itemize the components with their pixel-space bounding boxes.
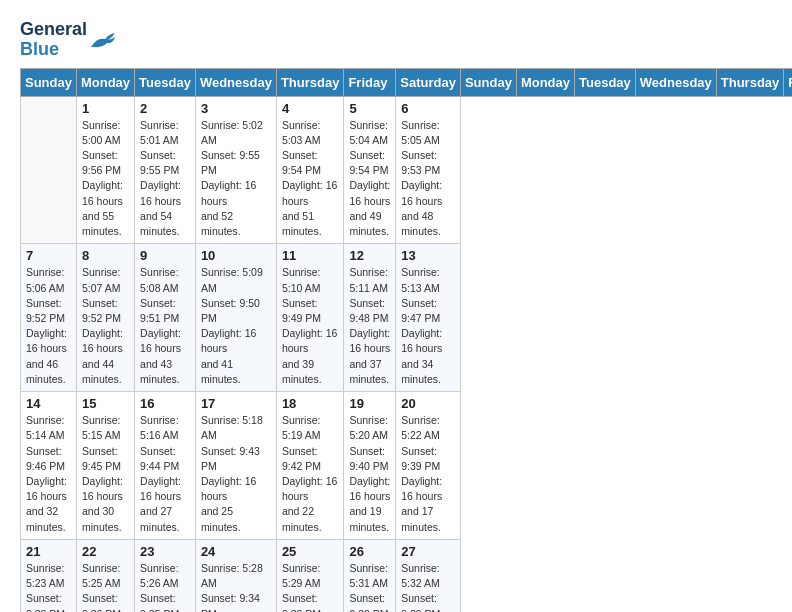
day-info: Sunrise: 5:06 AM Sunset: 9:52 PM Dayligh… [26,265,71,387]
day-info: Sunrise: 5:11 AM Sunset: 9:48 PM Dayligh… [349,265,390,387]
day-number: 2 [140,101,190,116]
calendar-cell: 14Sunrise: 5:14 AM Sunset: 9:46 PM Dayli… [21,392,77,540]
day-number: 27 [401,544,455,559]
calendar-cell: 22Sunrise: 5:25 AM Sunset: 9:36 PM Dayli… [76,539,134,612]
calendar-cell: 25Sunrise: 5:29 AM Sunset: 9:32 PM Dayli… [276,539,344,612]
calendar-cell: 2Sunrise: 5:01 AM Sunset: 9:55 PM Daylig… [135,96,196,244]
calendar-cell: 3Sunrise: 5:02 AM Sunset: 9:55 PM Daylig… [195,96,276,244]
day-info: Sunrise: 5:09 AM Sunset: 9:50 PM Dayligh… [201,265,271,387]
day-info: Sunrise: 5:04 AM Sunset: 9:54 PM Dayligh… [349,118,390,240]
day-info: Sunrise: 5:26 AM Sunset: 9:35 PM Dayligh… [140,561,190,612]
day-info: Sunrise: 5:03 AM Sunset: 9:54 PM Dayligh… [282,118,339,240]
calendar-cell: 16Sunrise: 5:16 AM Sunset: 9:44 PM Dayli… [135,392,196,540]
day-number: 25 [282,544,339,559]
calendar-cell: 13Sunrise: 5:13 AM Sunset: 9:47 PM Dayli… [396,244,461,392]
col-header-wednesday: Wednesday [635,68,716,96]
header-monday: Monday [76,68,134,96]
day-info: Sunrise: 5:18 AM Sunset: 9:43 PM Dayligh… [201,413,271,535]
calendar-cell: 12Sunrise: 5:11 AM Sunset: 9:48 PM Dayli… [344,244,396,392]
day-info: Sunrise: 5:32 AM Sunset: 9:29 PM Dayligh… [401,561,455,612]
calendar-cell: 21Sunrise: 5:23 AM Sunset: 9:38 PM Dayli… [21,539,77,612]
calendar-week-4: 21Sunrise: 5:23 AM Sunset: 9:38 PM Dayli… [21,539,793,612]
day-info: Sunrise: 5:10 AM Sunset: 9:49 PM Dayligh… [282,265,339,387]
calendar-table: SundayMondayTuesdayWednesdayThursdayFrid… [20,68,792,612]
logo: GeneralBlue [20,20,117,60]
day-number: 16 [140,396,190,411]
col-header-friday: Friday [784,68,792,96]
col-header-thursday: Thursday [716,68,784,96]
day-number: 13 [401,248,455,263]
calendar-cell: 26Sunrise: 5:31 AM Sunset: 9:30 PM Dayli… [344,539,396,612]
day-info: Sunrise: 5:23 AM Sunset: 9:38 PM Dayligh… [26,561,71,612]
day-number: 3 [201,101,271,116]
day-number: 24 [201,544,271,559]
calendar-cell: 10Sunrise: 5:09 AM Sunset: 9:50 PM Dayli… [195,244,276,392]
calendar-cell: 9Sunrise: 5:08 AM Sunset: 9:51 PM Daylig… [135,244,196,392]
day-number: 14 [26,396,71,411]
day-info: Sunrise: 5:14 AM Sunset: 9:46 PM Dayligh… [26,413,71,535]
calendar-cell: 11Sunrise: 5:10 AM Sunset: 9:49 PM Dayli… [276,244,344,392]
day-info: Sunrise: 5:13 AM Sunset: 9:47 PM Dayligh… [401,265,455,387]
day-number: 19 [349,396,390,411]
calendar-cell: 20Sunrise: 5:22 AM Sunset: 9:39 PM Dayli… [396,392,461,540]
day-info: Sunrise: 5:07 AM Sunset: 9:52 PM Dayligh… [82,265,129,387]
day-info: Sunrise: 5:01 AM Sunset: 9:55 PM Dayligh… [140,118,190,240]
logo-text: GeneralBlue [20,20,87,60]
day-number: 26 [349,544,390,559]
day-number: 10 [201,248,271,263]
day-number: 18 [282,396,339,411]
day-info: Sunrise: 5:08 AM Sunset: 9:51 PM Dayligh… [140,265,190,387]
day-number: 20 [401,396,455,411]
day-number: 4 [282,101,339,116]
calendar-cell: 23Sunrise: 5:26 AM Sunset: 9:35 PM Dayli… [135,539,196,612]
calendar-cell: 6Sunrise: 5:05 AM Sunset: 9:53 PM Daylig… [396,96,461,244]
day-number: 6 [401,101,455,116]
header-friday: Friday [344,68,396,96]
calendar-cell: 8Sunrise: 5:07 AM Sunset: 9:52 PM Daylig… [76,244,134,392]
col-header-monday: Monday [516,68,574,96]
day-info: Sunrise: 5:22 AM Sunset: 9:39 PM Dayligh… [401,413,455,535]
page-header: GeneralBlue [20,20,772,60]
day-number: 23 [140,544,190,559]
day-number: 15 [82,396,129,411]
day-info: Sunrise: 5:31 AM Sunset: 9:30 PM Dayligh… [349,561,390,612]
calendar-cell: 1Sunrise: 5:00 AM Sunset: 9:56 PM Daylig… [76,96,134,244]
day-number: 9 [140,248,190,263]
calendar-week-1: 1Sunrise: 5:00 AM Sunset: 9:56 PM Daylig… [21,96,793,244]
header-thursday: Thursday [276,68,344,96]
day-number: 5 [349,101,390,116]
day-info: Sunrise: 5:16 AM Sunset: 9:44 PM Dayligh… [140,413,190,535]
col-header-tuesday: Tuesday [575,68,636,96]
calendar-week-3: 14Sunrise: 5:14 AM Sunset: 9:46 PM Dayli… [21,392,793,540]
logo-bird-icon [89,29,117,51]
col-header-sunday: Sunday [460,68,516,96]
calendar-cell: 27Sunrise: 5:32 AM Sunset: 9:29 PM Dayli… [396,539,461,612]
calendar-header-row: SundayMondayTuesdayWednesdayThursdayFrid… [21,68,793,96]
day-info: Sunrise: 5:29 AM Sunset: 9:32 PM Dayligh… [282,561,339,612]
header-sunday: Sunday [21,68,77,96]
day-number: 21 [26,544,71,559]
day-info: Sunrise: 5:19 AM Sunset: 9:42 PM Dayligh… [282,413,339,535]
day-number: 8 [82,248,129,263]
day-info: Sunrise: 5:02 AM Sunset: 9:55 PM Dayligh… [201,118,271,240]
day-info: Sunrise: 5:05 AM Sunset: 9:53 PM Dayligh… [401,118,455,240]
day-number: 7 [26,248,71,263]
calendar-cell [21,96,77,244]
day-info: Sunrise: 5:20 AM Sunset: 9:40 PM Dayligh… [349,413,390,535]
header-tuesday: Tuesday [135,68,196,96]
calendar-cell: 4Sunrise: 5:03 AM Sunset: 9:54 PM Daylig… [276,96,344,244]
header-wednesday: Wednesday [195,68,276,96]
calendar-cell: 5Sunrise: 5:04 AM Sunset: 9:54 PM Daylig… [344,96,396,244]
day-number: 11 [282,248,339,263]
day-info: Sunrise: 5:28 AM Sunset: 9:34 PM Dayligh… [201,561,271,612]
day-number: 12 [349,248,390,263]
calendar-cell: 17Sunrise: 5:18 AM Sunset: 9:43 PM Dayli… [195,392,276,540]
day-number: 17 [201,396,271,411]
header-saturday: Saturday [396,68,461,96]
calendar-cell: 18Sunrise: 5:19 AM Sunset: 9:42 PM Dayli… [276,392,344,540]
day-info: Sunrise: 5:00 AM Sunset: 9:56 PM Dayligh… [82,118,129,240]
calendar-cell: 7Sunrise: 5:06 AM Sunset: 9:52 PM Daylig… [21,244,77,392]
day-number: 22 [82,544,129,559]
calendar-cell: 24Sunrise: 5:28 AM Sunset: 9:34 PM Dayli… [195,539,276,612]
day-number: 1 [82,101,129,116]
